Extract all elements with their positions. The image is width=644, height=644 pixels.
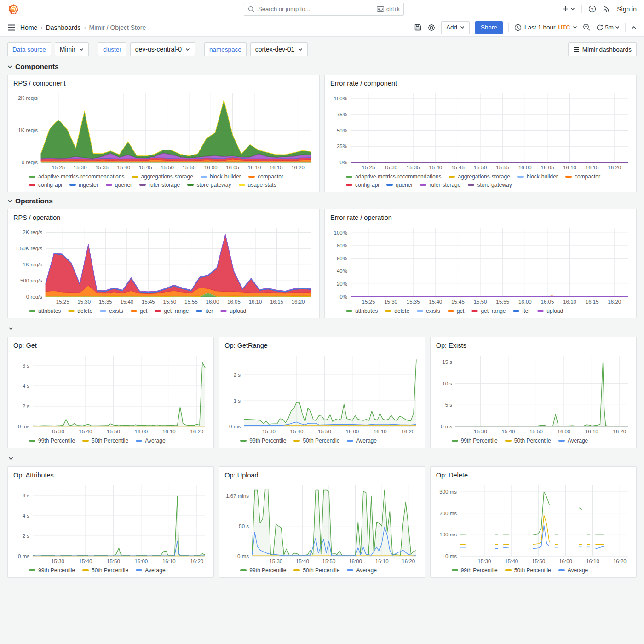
breadcrumb-home[interactable]: Home xyxy=(20,24,37,31)
search-field[interactable] xyxy=(258,6,373,12)
svg-text:15:40: 15:40 xyxy=(429,165,442,170)
legend-item[interactable]: compactor xyxy=(248,173,283,180)
new-button[interactable] xyxy=(562,6,575,12)
legend-item[interactable]: attributes xyxy=(346,308,378,314)
legend-item[interactable]: delete xyxy=(68,308,92,314)
legend-item[interactable]: querier xyxy=(386,182,413,188)
legend-item[interactable]: get_range xyxy=(155,308,189,314)
legend-item[interactable]: Average xyxy=(347,437,376,444)
chart-op-exists[interactable]: 15:3015:4015:5016:0016:1016:200 ms5 s10 … xyxy=(435,352,632,436)
mimir-dashboards-button[interactable]: Mimir dashboards xyxy=(568,42,637,56)
news-button[interactable] xyxy=(603,5,610,13)
legend-item[interactable]: get xyxy=(448,308,465,314)
legend-item[interactable]: 50th Percentile xyxy=(293,567,339,574)
legend-item[interactable]: 99th Percentile xyxy=(29,437,75,444)
legend-item[interactable]: delete xyxy=(385,308,409,314)
legend-item[interactable]: adaptive-metrics-recommendations xyxy=(29,173,124,180)
zoom-out-time-button[interactable] xyxy=(583,23,591,31)
cluster-label[interactable]: cluster xyxy=(98,42,126,56)
legend-item[interactable]: 99th Percentile xyxy=(452,567,498,574)
panel-title[interactable]: Op: Delete xyxy=(435,470,632,482)
legend-item[interactable]: Average xyxy=(558,567,588,574)
chart-op-upload[interactable]: 15:3015:4015:5016:0016:1016:200 ms50 s1.… xyxy=(224,482,420,565)
chart-op-delete[interactable]: 15:3015:4015:5016:0016:1016:200 ms100 ms… xyxy=(435,482,632,565)
legend-item[interactable]: iter xyxy=(513,308,530,314)
legend-item[interactable]: querier xyxy=(106,182,132,188)
section-components[interactable]: Components xyxy=(7,63,637,71)
legend-item[interactable]: block-builder xyxy=(518,173,558,180)
legend-item[interactable]: config-api xyxy=(29,182,62,188)
legend-item[interactable]: 50th Percentile xyxy=(505,567,551,574)
legend-item[interactable]: aggregations-storage xyxy=(132,173,193,180)
row-collapse-toggle[interactable] xyxy=(8,323,637,334)
panel-title[interactable]: Op: Exists xyxy=(435,340,632,352)
panel-title[interactable]: Error rate / operation xyxy=(329,212,632,224)
collapse-toolbar-button[interactable] xyxy=(631,26,637,29)
dashboard-settings-button[interactable] xyxy=(427,23,436,32)
legend-item[interactable]: store-gateway xyxy=(187,182,231,188)
legend-item[interactable]: config-api xyxy=(346,182,379,188)
panel-title[interactable]: Op: Get xyxy=(12,340,209,352)
legend-item[interactable]: iter xyxy=(196,308,213,314)
legend-item[interactable]: Average xyxy=(347,567,376,574)
legend-item[interactable]: 50th Percentile xyxy=(82,437,128,444)
panel-title[interactable]: Op: Attributes xyxy=(12,470,209,482)
legend-item[interactable]: 99th Percentile xyxy=(29,567,75,574)
legend-item[interactable]: ingester xyxy=(69,182,98,188)
cluster-picker[interactable]: dev-us-central-0 xyxy=(130,42,195,56)
help-button[interactable]: ? xyxy=(588,5,596,13)
panel-title[interactable]: Op: Upload xyxy=(224,470,420,482)
legend-item[interactable]: aggregations-storage xyxy=(448,173,510,180)
sign-in-link[interactable]: Sign in xyxy=(617,6,637,13)
search-input[interactable]: ctrl+k xyxy=(244,3,404,16)
refresh-button[interactable]: 5m xyxy=(596,24,620,31)
panel-title[interactable]: Error rate / component xyxy=(329,78,632,90)
legend-item[interactable]: exists xyxy=(417,308,440,314)
section-operations[interactable]: Operations xyxy=(7,197,637,205)
datasource-picker[interactable]: Mimir xyxy=(55,42,89,56)
legend-item[interactable]: ruler-storage xyxy=(420,182,460,188)
legend-item[interactable]: compactor xyxy=(565,173,600,180)
legend-item[interactable]: attributes xyxy=(29,308,61,314)
panel-title[interactable]: Op: GetRange xyxy=(224,340,420,352)
time-range-picker[interactable]: Last 1 hour UTC xyxy=(514,24,577,31)
chart-rps-operation[interactable]: 15:2515:3015:3515:4015:4515:5015:5516:00… xyxy=(12,224,315,306)
chart-op-get[interactable]: 15:3015:4015:5016:0016:1016:200 ms2 s4 s… xyxy=(12,352,209,436)
legend-item[interactable]: 99th Percentile xyxy=(240,437,286,444)
legend-item[interactable]: 50th Percentile xyxy=(505,437,551,444)
chart-error-rate-component[interactable]: 15:2515:3015:3515:4015:4515:5015:5516:00… xyxy=(329,90,632,172)
legend-item[interactable]: get xyxy=(131,308,148,314)
legend-item[interactable]: adaptive-metrics-recommendations xyxy=(346,173,441,180)
legend-item[interactable]: store-gateway xyxy=(468,182,512,188)
datasource-label[interactable]: Data source xyxy=(7,42,51,56)
legend-item[interactable]: 50th Percentile xyxy=(82,567,128,574)
legend-item[interactable]: upload xyxy=(537,308,563,314)
share-button[interactable]: Share xyxy=(475,21,503,34)
legend-item[interactable]: 99th Percentile xyxy=(240,567,286,574)
chart-op-attributes[interactable]: 15:3015:4015:5016:0016:1016:200 ms2 s4 s… xyxy=(12,482,209,565)
legend-item[interactable]: 99th Percentile xyxy=(452,437,498,444)
legend-item[interactable]: usage-stats xyxy=(239,182,276,188)
panel-title[interactable]: RPS / component xyxy=(12,78,315,90)
legend-item[interactable]: upload xyxy=(220,308,246,314)
namespace-label[interactable]: namespace xyxy=(204,42,247,56)
legend-item[interactable]: get_range xyxy=(472,308,506,314)
chart-error-rate-operation[interactable]: 15:2515:3015:3515:4015:4515:5015:5516:00… xyxy=(329,224,632,306)
chart-rps-component[interactable]: 15:2515:3015:3515:4015:4515:5015:5516:00… xyxy=(12,90,315,172)
chart-op-getrange[interactable]: 15:3015:4015:5016:0016:1016:200 ms1 s2 s xyxy=(224,352,420,436)
add-panel-button[interactable]: Add xyxy=(441,21,470,34)
legend-item[interactable]: exists xyxy=(100,308,123,314)
grafana-logo[interactable] xyxy=(7,3,19,15)
row-collapse-toggle[interactable] xyxy=(8,453,637,464)
breadcrumb-dashboards[interactable]: Dashboards xyxy=(46,24,81,31)
legend-item[interactable]: ruler-storage xyxy=(139,182,180,188)
legend-item[interactable]: 50th Percentile xyxy=(293,437,339,444)
namespace-picker[interactable]: cortex-dev-01 xyxy=(250,42,308,56)
menu-toggle-button[interactable] xyxy=(7,24,16,31)
save-dashboard-button[interactable] xyxy=(414,23,422,31)
legend-item[interactable]: Average xyxy=(558,437,588,444)
legend-item[interactable]: block-builder xyxy=(201,173,241,180)
legend-item[interactable]: Average xyxy=(136,567,165,574)
legend-item[interactable]: Average xyxy=(136,437,165,444)
panel-title[interactable]: RPS / operation xyxy=(12,212,315,224)
